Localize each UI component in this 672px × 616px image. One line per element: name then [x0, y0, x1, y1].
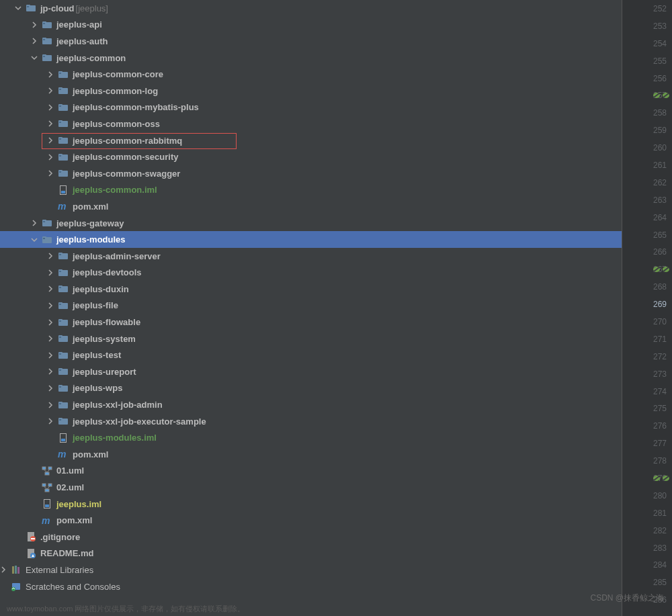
chevron-right-icon[interactable] — [47, 302, 54, 309]
folder-icon — [42, 234, 52, 245]
chevron-right-icon[interactable] — [47, 137, 54, 144]
folder-icon — [58, 168, 69, 179]
tree-item-jeeplus-auth[interactable]: jeeplus-auth — [0, 33, 622, 50]
svg-rect-78 — [61, 439, 65, 441]
line-number: 262 — [622, 174, 672, 191]
chevron-right-icon[interactable] — [47, 285, 54, 292]
tree-item-readme-md[interactable]: README.md — [0, 545, 622, 562]
line-number-value: 255 — [653, 56, 667, 66]
chevron-down-icon[interactable] — [15, 5, 22, 11]
line-number-value: 281 — [653, 509, 667, 518]
chevron-right-icon[interactable] — [47, 368, 54, 375]
tree-item-jeeplus-common-oss[interactable]: jeeplus-common-oss — [0, 116, 622, 132]
chevron-right-icon[interactable] — [47, 71, 54, 78]
chevron-right-icon[interactable] — [31, 21, 38, 28]
tree-item-jeeplus-test[interactable]: jeeplus-test — [0, 347, 622, 363]
chevron-right-icon[interactable] — [0, 566, 7, 573]
tree-item-jeeplus-common-rabbitmq[interactable]: jeeplus-common-rabbitmq — [0, 132, 622, 149]
tree-item-scratches-and-consoles[interactable]: Scratches and Consoles — [0, 578, 622, 595]
tree-item--gitignore[interactable]: .gitignore — [0, 529, 622, 545]
chevron-right-icon[interactable] — [47, 87, 54, 94]
tree-item-01-uml[interactable]: 01.uml — [0, 463, 622, 480]
tree-item-jeeplus-file[interactable]: jeeplus-file — [0, 298, 622, 314]
line-number: 276 — [622, 417, 672, 435]
tree-item-jeeplus-common-mybatis-plus[interactable]: jeeplus-common-mybatis-plus — [0, 99, 622, 116]
tree-item-jeeplus-system[interactable]: jeeplus-system — [0, 331, 622, 347]
svg-rect-54 — [59, 304, 61, 305]
tree-item-jeeplus-common-iml[interactable]: jeeplus-common.iml — [0, 182, 622, 199]
line-number-value: 282 — [653, 526, 667, 535]
tree-item-jeeplus-duxin[interactable]: jeeplus-duxin — [0, 281, 622, 298]
line-number-value: 280 — [653, 491, 667, 500]
tree-item-jeeplus-wps[interactable]: jeeplus-wps — [0, 380, 622, 397]
pom-icon: m — [58, 201, 69, 212]
line-number-value: 271 — [653, 335, 667, 344]
tree-item-label: jeeplus-ureport — [73, 367, 136, 377]
chevron-down-icon[interactable] — [31, 54, 38, 61]
tree-item-jeeplus-modules[interactable]: jeeplus-modules — [0, 231, 622, 248]
tree-item-label: jeeplus-common-swagger — [73, 169, 180, 179]
tree-item-jeeplus-modules-iml[interactable]: jeeplus-modules.iml — [0, 429, 622, 446]
tree-item-label: jeeplus-gateway — [56, 218, 124, 228]
tree-item-jeeplus-devtools[interactable]: jeeplus-devtools — [0, 265, 622, 281]
tree-item-jeeplus-xxl-job-admin[interactable]: jeeplus-xxl-job-admin — [0, 396, 622, 413]
chevron-right-icon[interactable] — [47, 120, 54, 127]
folder-icon — [58, 152, 69, 163]
svg-rect-63 — [59, 353, 61, 355]
project-tree[interactable]: jp-cloud [jeeplus]jeeplus-apijeeplus-aut… — [0, 0, 622, 616]
tree-item-jeeplus-ureport[interactable]: jeeplus-ureport — [0, 363, 622, 380]
pom-icon: m — [42, 515, 52, 526]
chevron-right-icon[interactable] — [47, 269, 54, 276]
svg-rect-29 — [59, 155, 61, 157]
folder-icon — [58, 416, 69, 427]
tree-item-jeeplus-common[interactable]: jeeplus-common — [0, 50, 622, 67]
tree-item-jeeplus-xxl-job-executor-sample[interactable]: jeeplus-xxl-job-executor-sample — [0, 413, 622, 430]
tree-item-jeeplus-common-core[interactable]: jeeplus-common-core — [0, 66, 622, 83]
chevron-right-icon[interactable] — [47, 104, 54, 111]
tree-item-jeeplus-iml[interactable]: jeeplus.iml — [0, 496, 622, 513]
svg-rect-66 — [59, 369, 61, 371]
svg-line-89 — [47, 486, 50, 489]
tree-item-jp-cloud[interactable]: jp-cloud [jeeplus] — [0, 0, 622, 17]
svg-rect-85 — [42, 484, 46, 486]
svg-rect-17 — [59, 89, 61, 90]
tree-item-jeeplus-common-swagger[interactable]: jeeplus-common-swagger — [0, 165, 622, 182]
iml-icon — [58, 433, 69, 443]
tree-item-pom-xml[interactable]: mpom.xml — [0, 512, 622, 529]
chevron-right-icon[interactable] — [47, 154, 54, 161]
svg-rect-101 — [17, 567, 19, 574]
tree-item-label: jeeplus-common-log — [73, 86, 158, 96]
tree-item-jeeplus-flowable[interactable]: jeeplus-flowable — [0, 314, 622, 331]
tree-item-jeeplus-gateway[interactable]: jeeplus-gateway — [0, 215, 622, 232]
tree-item-pom-xml[interactable]: mpom.xml — [0, 446, 622, 463]
line-number: 285 — [622, 574, 672, 591]
tree-item-jeeplus-common-security[interactable]: jeeplus-common-security — [0, 148, 622, 165]
tree-item-label: jeeplus-common-rabbitmq — [73, 136, 182, 146]
chevron-right-icon[interactable] — [47, 170, 54, 177]
tree-item-jeeplus-admin-server[interactable]: jeeplus-admin-server — [0, 248, 622, 265]
tree-item-label: External Libraries — [26, 565, 93, 575]
tree-item-jeeplus-api[interactable]: jeeplus-api — [0, 17, 622, 34]
folder-icon — [58, 283, 69, 294]
chevron-right-icon[interactable] — [47, 253, 54, 259]
chevron-right-icon[interactable] — [47, 385, 54, 392]
tree-item-jeeplus-common-log[interactable]: jeeplus-common-log — [0, 83, 622, 99]
chevron-down-icon[interactable] — [31, 236, 38, 243]
chevron-right-icon[interactable] — [47, 402, 54, 408]
tree-item-pom-xml[interactable]: mpom.xml — [0, 198, 622, 215]
chevron-right-icon[interactable] — [47, 335, 54, 342]
line-number-value: 269 — [653, 300, 667, 309]
chevron-right-icon[interactable] — [31, 38, 38, 44]
chevron-right-icon[interactable] — [31, 220, 38, 226]
line-number: 269 — [622, 296, 672, 313]
tree-item-label: jeeplus-auth — [56, 36, 108, 46]
line-number: 257 — [622, 87, 672, 104]
gutter-marker-icons — [653, 474, 670, 482]
tree-item-02-uml[interactable]: 02.uml — [0, 479, 622, 496]
chevron-right-icon[interactable] — [47, 418, 54, 425]
chevron-right-icon[interactable] — [47, 319, 54, 326]
chevron-right-icon[interactable] — [47, 352, 54, 359]
md-icon — [26, 548, 36, 559]
tree-item-external-libraries[interactable]: External Libraries — [0, 562, 622, 578]
line-number-value: 264 — [653, 213, 667, 222]
